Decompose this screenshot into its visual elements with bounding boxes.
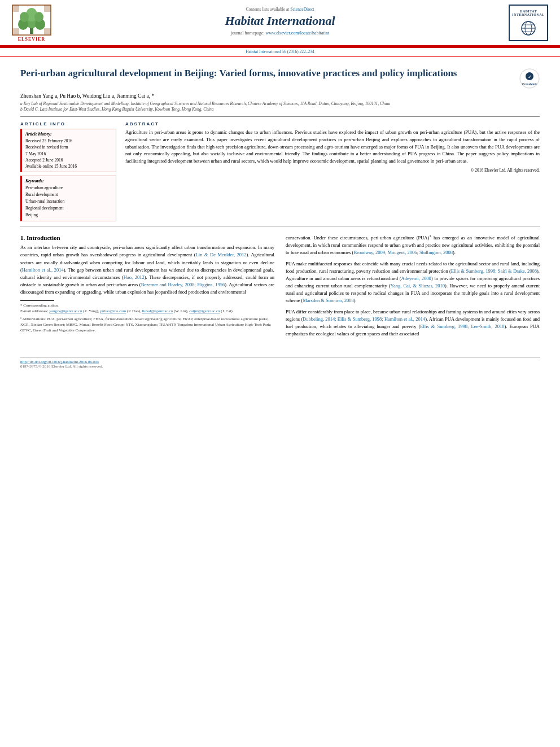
habitat-globe-icon xyxy=(520,20,536,36)
homepage-link[interactable]: www.elsevier.com/locate/habitatint xyxy=(265,30,329,36)
habitat-logo-box: HABITATINTERNATIONAL xyxy=(509,5,548,41)
authors-line: Zhenshan Yang a, Pu Hao b, Weidong Liu a… xyxy=(20,93,540,99)
journal-homepage: journal homepage: www.elsevier.com/locat… xyxy=(231,30,330,36)
article-title: Peri-urban agricultural development in B… xyxy=(20,67,514,80)
email-link-2[interactable]: puhao@me.com xyxy=(100,309,126,313)
body-divider xyxy=(20,226,540,226)
svg-text:CrossMark: CrossMark xyxy=(522,82,537,86)
affiliation-a: a Key Lab of Regional Sustainable Develo… xyxy=(20,101,540,106)
header-divider xyxy=(20,116,540,117)
elsevier-brand-text: ELSEVIER xyxy=(18,37,45,42)
footnote-divider xyxy=(20,300,54,301)
footnote-abbrev: ¹ Abbreviations: PUA, peri-urban agricul… xyxy=(20,317,274,333)
keyword-1: Peri-urban agriculture xyxy=(25,185,112,191)
svg-point-5 xyxy=(20,12,29,22)
doi-link[interactable]: http://dx.doi.org/10.1016/j.habitatint.2… xyxy=(20,360,99,364)
journal-header: ELSEVIER Contents lists available at Sci… xyxy=(0,0,560,46)
svg-rect-11 xyxy=(44,28,51,34)
footnote-corresponding: * Corresponding author. xyxy=(20,303,274,309)
body-content: 1. Introduction As an interface between … xyxy=(20,233,540,341)
article-info-label: ARTICLE INFO xyxy=(20,121,116,126)
article-info-abstract: ARTICLE INFO Article history: Received 2… xyxy=(20,121,540,221)
svg-text:✓: ✓ xyxy=(528,75,532,80)
history-content: Received 25 February 2016 Received in re… xyxy=(25,138,112,169)
journal-ref-line: Habitat International 56 (2016) 222–234 xyxy=(0,48,560,57)
keyword-5: Beijing xyxy=(25,212,112,219)
journal-center: Contents lists available at ScienceDirec… xyxy=(54,5,506,39)
keywords-list: Peri-urban agriculture Rural development… xyxy=(25,185,112,219)
email-link[interactable]: yangzs@igsnrr.ac.cn xyxy=(49,309,82,313)
body-para-1: As an interface between city and country… xyxy=(20,244,274,296)
article-info-col: ARTICLE INFO Article history: Received 2… xyxy=(20,121,116,221)
revised-date: 7 May 2016 xyxy=(25,151,112,157)
abstract-label: ABSTRACT xyxy=(125,121,540,126)
footer-bar: http://dx.doi.org/10.1016/j.habitatint.2… xyxy=(20,357,540,369)
elsevier-tree-icon xyxy=(12,5,51,36)
footnote-emails: E-mail addresses: yangzs@igsnrr.ac.cn (Z… xyxy=(20,309,274,314)
crossmark-icon: ✓ CrossMark xyxy=(519,68,540,89)
abstract-text: Agriculture in peri-urban areas is prone… xyxy=(125,129,540,173)
crossmark: ✓ CrossMark xyxy=(519,68,540,90)
accepted-date: Accepted 2 June 2016 xyxy=(25,157,112,163)
email-link-3[interactable]: liuwd@igsnrr.ac.cn xyxy=(142,309,173,313)
sciencedirect-link[interactable]: ScienceDirect xyxy=(290,7,314,12)
svg-rect-9 xyxy=(44,5,51,12)
habitat-logo: HABITATINTERNATIONAL xyxy=(506,5,551,45)
keyword-4: Regional development xyxy=(25,205,112,212)
journal-title: Habitat International xyxy=(225,14,335,28)
body-right-col: conservation. Under these circumstances,… xyxy=(286,233,540,341)
keyword-2: Rural development xyxy=(25,191,112,198)
received-date: Received 25 February 2016 xyxy=(25,138,112,144)
keywords-block: Keywords: Peri-urban agriculture Rural d… xyxy=(20,176,116,221)
svg-rect-10 xyxy=(12,28,19,34)
body-para-right-2: PUA make multifaceted responses that coi… xyxy=(286,260,540,305)
email-link-4[interactable]: caijm@igsnrr.ac.cn xyxy=(189,309,220,313)
article-history-block: Article history: Received 25 February 20… xyxy=(20,129,116,172)
svg-rect-8 xyxy=(12,5,19,12)
svg-point-6 xyxy=(34,12,43,22)
habitat-logo-text: HABITATINTERNATIONAL xyxy=(512,10,544,16)
intro-heading: 1. Introduction xyxy=(20,234,274,241)
contents-link: Contents lists available at ScienceDirec… xyxy=(246,7,314,12)
paper-content: Peri-urban agricultural development in B… xyxy=(0,57,560,351)
affiliation-b: b David C. Lam Institute for East-West S… xyxy=(20,107,540,112)
body-para-right-1: conservation. Under these circumstances,… xyxy=(286,233,540,256)
page: ELSEVIER Contents lists available at Sci… xyxy=(0,0,560,747)
footer-issn: 0197-3975/© 2016 Elsevier Ltd. All right… xyxy=(20,364,103,369)
elsevier-logo: ELSEVIER xyxy=(9,5,54,45)
body-para-right-3: PUA differ considerably from place to pl… xyxy=(286,308,540,338)
available-date: Available online 15 June 2016 xyxy=(25,163,112,169)
revised-label: Received in revised form xyxy=(25,144,112,150)
body-left-col: 1. Introduction As an interface between … xyxy=(20,233,274,341)
history-label: Article history: xyxy=(25,132,112,137)
keywords-label: Keywords: xyxy=(25,178,112,184)
article-title-section: Peri-urban agricultural development in B… xyxy=(20,67,540,90)
abstract-col: ABSTRACT Agriculture in peri-urban areas… xyxy=(125,121,540,221)
keyword-3: Urban-rural interaction xyxy=(25,198,112,205)
copyright: © 2016 Elsevier Ltd. All rights reserved… xyxy=(125,167,540,173)
